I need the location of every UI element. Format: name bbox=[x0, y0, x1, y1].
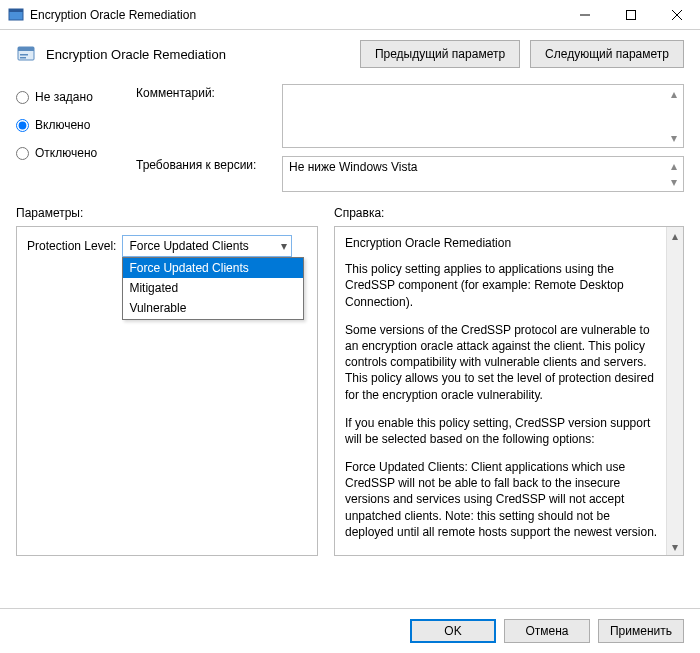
maximize-button[interactable] bbox=[608, 0, 654, 30]
radio-not-configured-label: Не задано bbox=[35, 90, 93, 104]
comment-label: Комментарий: bbox=[136, 84, 272, 100]
params-column-label: Параметры: bbox=[16, 206, 314, 220]
help-panel: Encryption Oracle Remediation This polic… bbox=[334, 226, 684, 556]
help-paragraph: If you enable this policy setting, CredS… bbox=[345, 415, 661, 447]
apply-button[interactable]: Применить bbox=[598, 619, 684, 643]
scroll-up-icon: ▴ bbox=[667, 159, 681, 173]
scroll-up-icon: ▴ bbox=[667, 87, 681, 101]
help-paragraph: Force Updated Clients: Client applicatio… bbox=[345, 459, 661, 540]
help-scrollbar[interactable]: ▴ ▾ bbox=[666, 227, 683, 555]
scroll-up-icon: ▴ bbox=[667, 227, 683, 244]
header-row: Encryption Oracle Remediation Предыдущий… bbox=[0, 30, 700, 78]
policy-icon bbox=[16, 44, 36, 64]
svg-rect-3 bbox=[627, 10, 636, 19]
help-paragraph: This policy setting applies to applicati… bbox=[345, 261, 661, 310]
version-textbox: Не ниже Windows Vista ▴ ▾ bbox=[282, 156, 684, 192]
params-panel: Protection Level: Force Updated Clients … bbox=[16, 226, 318, 556]
previous-setting-button[interactable]: Предыдущий параметр bbox=[360, 40, 520, 68]
ok-button[interactable]: OK bbox=[410, 619, 496, 643]
help-paragraph: Some versions of the CredSSP protocol ar… bbox=[345, 322, 661, 403]
version-label: Требования к версии: bbox=[136, 156, 272, 172]
protection-level-combo[interactable]: Force Updated Clients ▾ Force Updated Cl… bbox=[122, 235, 292, 257]
scroll-down-icon: ▾ bbox=[667, 131, 681, 145]
radio-disabled-input[interactable] bbox=[16, 147, 29, 160]
close-button[interactable] bbox=[654, 0, 700, 30]
scroll-down-icon: ▾ bbox=[667, 538, 683, 555]
window-title: Encryption Oracle Remediation bbox=[30, 8, 562, 22]
comment-scrollbar[interactable]: ▴ ▾ bbox=[667, 87, 681, 145]
dialog-button-bar: OK Отмена Применить bbox=[0, 608, 700, 653]
minimize-button[interactable] bbox=[562, 0, 608, 30]
dropdown-option[interactable]: Mitigated bbox=[123, 278, 303, 298]
radio-disabled-label: Отключено bbox=[35, 146, 97, 160]
cancel-button[interactable]: Отмена bbox=[504, 619, 590, 643]
help-title: Encryption Oracle Remediation bbox=[345, 235, 661, 251]
title-bar: Encryption Oracle Remediation bbox=[0, 0, 700, 30]
next-setting-button[interactable]: Следующий параметр bbox=[530, 40, 684, 68]
radio-enabled-input[interactable] bbox=[16, 119, 29, 132]
protection-level-label: Protection Level: bbox=[27, 238, 116, 254]
protection-level-dropdown: Force Updated Clients Mitigated Vulnerab… bbox=[122, 257, 304, 320]
dropdown-option[interactable]: Force Updated Clients bbox=[123, 258, 303, 278]
radio-not-configured[interactable]: Не задано bbox=[16, 90, 126, 104]
radio-enabled[interactable]: Включено bbox=[16, 118, 126, 132]
svg-rect-1 bbox=[9, 9, 23, 12]
page-title: Encryption Oracle Remediation bbox=[46, 47, 350, 62]
scroll-down-icon: ▾ bbox=[667, 175, 681, 189]
svg-rect-7 bbox=[18, 47, 34, 51]
radio-not-configured-input[interactable] bbox=[16, 91, 29, 104]
svg-rect-9 bbox=[20, 57, 26, 59]
svg-rect-8 bbox=[20, 54, 28, 56]
radio-enabled-label: Включено bbox=[35, 118, 90, 132]
comment-textbox[interactable]: ▴ ▾ bbox=[282, 84, 684, 148]
version-scrollbar[interactable]: ▴ ▾ bbox=[667, 159, 681, 189]
comment-value bbox=[283, 85, 683, 91]
state-radios: Не задано Включено Отключено bbox=[16, 84, 126, 192]
radio-disabled[interactable]: Отключено bbox=[16, 146, 126, 160]
protection-level-value: Force Updated Clients bbox=[129, 238, 248, 254]
app-icon bbox=[8, 7, 24, 23]
chevron-down-icon: ▾ bbox=[281, 238, 287, 254]
version-value: Не ниже Windows Vista bbox=[283, 157, 683, 177]
dropdown-option[interactable]: Vulnerable bbox=[123, 298, 303, 318]
help-column-label: Справка: bbox=[334, 206, 684, 220]
